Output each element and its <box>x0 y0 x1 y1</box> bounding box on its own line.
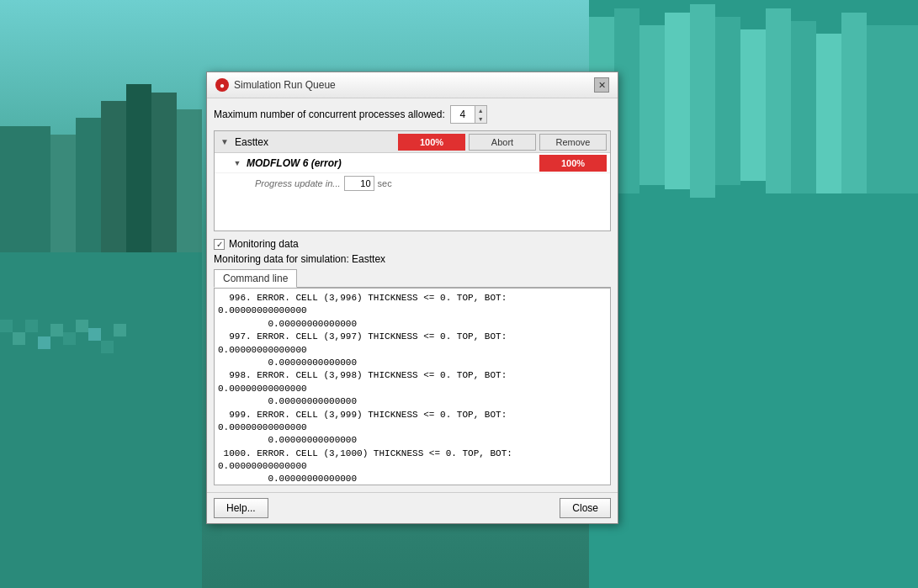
modflow-progress-bar: 100% <box>539 155 607 172</box>
spinbox-up-button[interactable]: ▲ <box>475 106 486 114</box>
max-processes-label: Maximum number of concurrent processes a… <box>214 109 445 120</box>
monitoring-row: ✓ Monitoring data <box>214 238 611 250</box>
close-button[interactable]: Close <box>560 498 611 518</box>
spinbox-arrows: ▲ ▼ <box>475 106 486 123</box>
dialog-title-left: ● Simulation Run Queue <box>215 78 336 92</box>
monitoring-label: Monitoring data <box>229 238 299 250</box>
simulation-run-queue-dialog: ● Simulation Run Queue ✕ Maximum number … <box>206 72 618 524</box>
progress-update-row: Progress update in... 10 sec <box>215 173 610 193</box>
expand-toggle-modflow[interactable]: ▼ <box>231 157 243 169</box>
spinbox-down-button[interactable]: ▼ <box>475 114 486 123</box>
command-line-output[interactable]: 996. ERROR. CELL (3,996) THICKNESS <= 0.… <box>214 288 611 485</box>
tab-bar: Command line <box>214 268 611 288</box>
max-processes-spinbox[interactable]: ▲ ▼ <box>450 105 487 124</box>
abort-button[interactable]: Abort <box>469 134 536 151</box>
max-processes-row: Maximum number of concurrent processes a… <box>214 105 611 124</box>
monitoring-sim-label: Monitoring data for simulation: Easttex <box>214 253 611 265</box>
modflow-row-name: MODFLOW 6 (error) <box>243 157 539 169</box>
dialog-body: Maximum number of concurrent processes a… <box>207 98 618 492</box>
max-processes-input[interactable] <box>451 106 475 123</box>
monitoring-checkbox[interactable]: ✓ <box>214 239 225 250</box>
dialog-title: Simulation Run Queue <box>234 79 336 91</box>
dialog-close-button[interactable]: ✕ <box>594 77 609 93</box>
help-button[interactable]: Help... <box>214 498 268 518</box>
expand-toggle-easttex[interactable]: ▼ <box>218 135 231 149</box>
queue-row-easttex: ▼ Easttex 100% Abort Remove <box>215 131 610 153</box>
remove-button[interactable]: Remove <box>539 134 607 151</box>
progress-update-value: 10 <box>344 176 374 191</box>
dialog-footer: Help... Close <box>207 492 618 523</box>
progress-update-label: Progress update in... <box>255 178 341 188</box>
sec-label: sec <box>378 178 392 188</box>
easttex-progress-bar: 100% <box>398 134 465 151</box>
dialog-titlebar: ● Simulation Run Queue ✕ <box>207 72 618 98</box>
app-icon: ● <box>215 78 229 92</box>
queue-area: ▼ Easttex 100% Abort Remove ▼ MODFLOW 6 … <box>214 130 611 231</box>
tab-command-line[interactable]: Command line <box>214 269 297 288</box>
queue-subrow-modflow: ▼ MODFLOW 6 (error) 100% <box>215 153 610 173</box>
queue-row-name: Easttex <box>231 136 398 148</box>
